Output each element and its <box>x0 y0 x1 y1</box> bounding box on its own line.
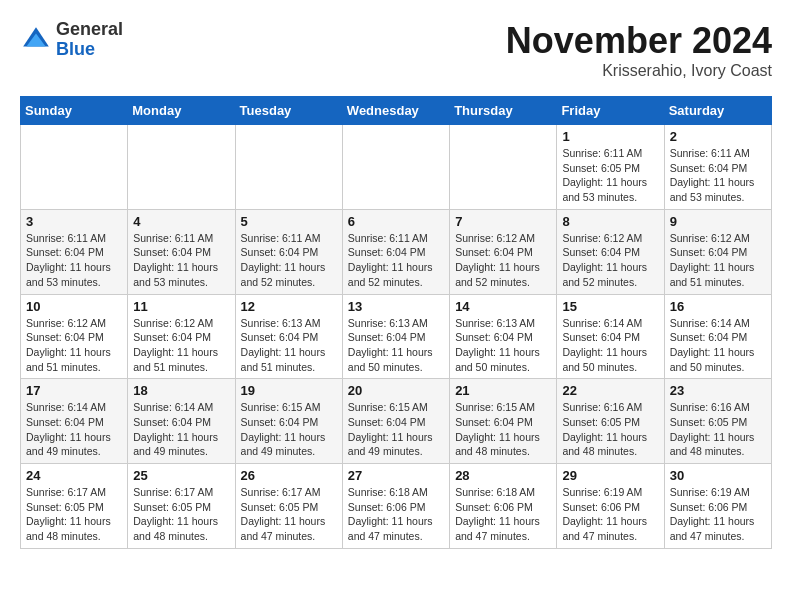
day-info: Sunrise: 6:18 AMSunset: 6:06 PMDaylight:… <box>455 485 551 544</box>
calendar-body: 1Sunrise: 6:11 AMSunset: 6:05 PMDaylight… <box>21 125 772 549</box>
calendar-cell: 17Sunrise: 6:14 AMSunset: 6:04 PMDayligh… <box>21 379 128 464</box>
day-info: Sunrise: 6:15 AMSunset: 6:04 PMDaylight:… <box>348 400 444 459</box>
day-info: Sunrise: 6:16 AMSunset: 6:05 PMDaylight:… <box>562 400 658 459</box>
day-number: 30 <box>670 468 766 483</box>
day-info: Sunrise: 6:12 AMSunset: 6:04 PMDaylight:… <box>26 316 122 375</box>
calendar-header: SundayMondayTuesdayWednesdayThursdayFrid… <box>21 97 772 125</box>
day-number: 21 <box>455 383 551 398</box>
calendar-cell: 9Sunrise: 6:12 AMSunset: 6:04 PMDaylight… <box>664 209 771 294</box>
calendar-cell: 11Sunrise: 6:12 AMSunset: 6:04 PMDayligh… <box>128 294 235 379</box>
calendar-week-1: 1Sunrise: 6:11 AMSunset: 6:05 PMDaylight… <box>21 125 772 210</box>
day-info: Sunrise: 6:13 AMSunset: 6:04 PMDaylight:… <box>455 316 551 375</box>
calendar-cell: 10Sunrise: 6:12 AMSunset: 6:04 PMDayligh… <box>21 294 128 379</box>
title-block: November 2024 Krisserahio, Ivory Coast <box>506 20 772 80</box>
calendar-cell: 29Sunrise: 6:19 AMSunset: 6:06 PMDayligh… <box>557 464 664 549</box>
day-info: Sunrise: 6:12 AMSunset: 6:04 PMDaylight:… <box>133 316 229 375</box>
day-info: Sunrise: 6:15 AMSunset: 6:04 PMDaylight:… <box>241 400 337 459</box>
day-info: Sunrise: 6:19 AMSunset: 6:06 PMDaylight:… <box>670 485 766 544</box>
day-info: Sunrise: 6:14 AMSunset: 6:04 PMDaylight:… <box>562 316 658 375</box>
day-info: Sunrise: 6:13 AMSunset: 6:04 PMDaylight:… <box>241 316 337 375</box>
logo-text: General Blue <box>56 20 123 60</box>
calendar-week-4: 17Sunrise: 6:14 AMSunset: 6:04 PMDayligh… <box>21 379 772 464</box>
day-info: Sunrise: 6:13 AMSunset: 6:04 PMDaylight:… <box>348 316 444 375</box>
day-number: 22 <box>562 383 658 398</box>
logo-line1: General <box>56 20 123 40</box>
day-info: Sunrise: 6:17 AMSunset: 6:05 PMDaylight:… <box>26 485 122 544</box>
weekday-monday: Monday <box>128 97 235 125</box>
day-number: 8 <box>562 214 658 229</box>
calendar-cell: 20Sunrise: 6:15 AMSunset: 6:04 PMDayligh… <box>342 379 449 464</box>
calendar-cell: 1Sunrise: 6:11 AMSunset: 6:05 PMDaylight… <box>557 125 664 210</box>
day-number: 20 <box>348 383 444 398</box>
logo-icon <box>20 24 52 56</box>
weekday-friday: Friday <box>557 97 664 125</box>
day-info: Sunrise: 6:14 AMSunset: 6:04 PMDaylight:… <box>670 316 766 375</box>
day-info: Sunrise: 6:12 AMSunset: 6:04 PMDaylight:… <box>670 231 766 290</box>
day-number: 10 <box>26 299 122 314</box>
day-number: 26 <box>241 468 337 483</box>
day-info: Sunrise: 6:18 AMSunset: 6:06 PMDaylight:… <box>348 485 444 544</box>
calendar-cell: 13Sunrise: 6:13 AMSunset: 6:04 PMDayligh… <box>342 294 449 379</box>
day-number: 16 <box>670 299 766 314</box>
calendar-cell: 2Sunrise: 6:11 AMSunset: 6:04 PMDaylight… <box>664 125 771 210</box>
day-number: 17 <box>26 383 122 398</box>
calendar-cell: 23Sunrise: 6:16 AMSunset: 6:05 PMDayligh… <box>664 379 771 464</box>
day-info: Sunrise: 6:16 AMSunset: 6:05 PMDaylight:… <box>670 400 766 459</box>
day-info: Sunrise: 6:11 AMSunset: 6:04 PMDaylight:… <box>133 231 229 290</box>
calendar-cell: 25Sunrise: 6:17 AMSunset: 6:05 PMDayligh… <box>128 464 235 549</box>
calendar-table: SundayMondayTuesdayWednesdayThursdayFrid… <box>20 96 772 549</box>
calendar-week-3: 10Sunrise: 6:12 AMSunset: 6:04 PMDayligh… <box>21 294 772 379</box>
calendar-cell: 21Sunrise: 6:15 AMSunset: 6:04 PMDayligh… <box>450 379 557 464</box>
day-number: 25 <box>133 468 229 483</box>
calendar-cell: 26Sunrise: 6:17 AMSunset: 6:05 PMDayligh… <box>235 464 342 549</box>
calendar-cell <box>128 125 235 210</box>
day-info: Sunrise: 6:14 AMSunset: 6:04 PMDaylight:… <box>26 400 122 459</box>
weekday-tuesday: Tuesday <box>235 97 342 125</box>
calendar-cell: 14Sunrise: 6:13 AMSunset: 6:04 PMDayligh… <box>450 294 557 379</box>
day-number: 11 <box>133 299 229 314</box>
calendar-week-5: 24Sunrise: 6:17 AMSunset: 6:05 PMDayligh… <box>21 464 772 549</box>
calendar-cell: 6Sunrise: 6:11 AMSunset: 6:04 PMDaylight… <box>342 209 449 294</box>
day-number: 28 <box>455 468 551 483</box>
calendar-cell: 15Sunrise: 6:14 AMSunset: 6:04 PMDayligh… <box>557 294 664 379</box>
day-info: Sunrise: 6:17 AMSunset: 6:05 PMDaylight:… <box>241 485 337 544</box>
day-info: Sunrise: 6:12 AMSunset: 6:04 PMDaylight:… <box>455 231 551 290</box>
day-number: 19 <box>241 383 337 398</box>
day-info: Sunrise: 6:11 AMSunset: 6:04 PMDaylight:… <box>348 231 444 290</box>
weekday-wednesday: Wednesday <box>342 97 449 125</box>
day-number: 18 <box>133 383 229 398</box>
location-subtitle: Krisserahio, Ivory Coast <box>506 62 772 80</box>
calendar-cell <box>342 125 449 210</box>
calendar-cell: 22Sunrise: 6:16 AMSunset: 6:05 PMDayligh… <box>557 379 664 464</box>
day-number: 6 <box>348 214 444 229</box>
day-info: Sunrise: 6:11 AMSunset: 6:04 PMDaylight:… <box>241 231 337 290</box>
day-number: 14 <box>455 299 551 314</box>
calendar-cell: 24Sunrise: 6:17 AMSunset: 6:05 PMDayligh… <box>21 464 128 549</box>
calendar-cell: 4Sunrise: 6:11 AMSunset: 6:04 PMDaylight… <box>128 209 235 294</box>
day-number: 29 <box>562 468 658 483</box>
day-number: 9 <box>670 214 766 229</box>
day-info: Sunrise: 6:11 AMSunset: 6:04 PMDaylight:… <box>670 146 766 205</box>
day-number: 15 <box>562 299 658 314</box>
day-number: 23 <box>670 383 766 398</box>
calendar-cell: 18Sunrise: 6:14 AMSunset: 6:04 PMDayligh… <box>128 379 235 464</box>
calendar-cell: 30Sunrise: 6:19 AMSunset: 6:06 PMDayligh… <box>664 464 771 549</box>
calendar-week-2: 3Sunrise: 6:11 AMSunset: 6:04 PMDaylight… <box>21 209 772 294</box>
calendar-cell: 5Sunrise: 6:11 AMSunset: 6:04 PMDaylight… <box>235 209 342 294</box>
day-number: 7 <box>455 214 551 229</box>
weekday-saturday: Saturday <box>664 97 771 125</box>
day-info: Sunrise: 6:11 AMSunset: 6:05 PMDaylight:… <box>562 146 658 205</box>
day-info: Sunrise: 6:12 AMSunset: 6:04 PMDaylight:… <box>562 231 658 290</box>
logo: General Blue <box>20 20 123 60</box>
calendar-cell: 3Sunrise: 6:11 AMSunset: 6:04 PMDaylight… <box>21 209 128 294</box>
calendar-cell <box>450 125 557 210</box>
day-info: Sunrise: 6:19 AMSunset: 6:06 PMDaylight:… <box>562 485 658 544</box>
weekday-sunday: Sunday <box>21 97 128 125</box>
day-number: 12 <box>241 299 337 314</box>
calendar-cell: 7Sunrise: 6:12 AMSunset: 6:04 PMDaylight… <box>450 209 557 294</box>
day-number: 3 <box>26 214 122 229</box>
day-info: Sunrise: 6:17 AMSunset: 6:05 PMDaylight:… <box>133 485 229 544</box>
day-info: Sunrise: 6:15 AMSunset: 6:04 PMDaylight:… <box>455 400 551 459</box>
calendar-cell: 28Sunrise: 6:18 AMSunset: 6:06 PMDayligh… <box>450 464 557 549</box>
weekday-header-row: SundayMondayTuesdayWednesdayThursdayFrid… <box>21 97 772 125</box>
